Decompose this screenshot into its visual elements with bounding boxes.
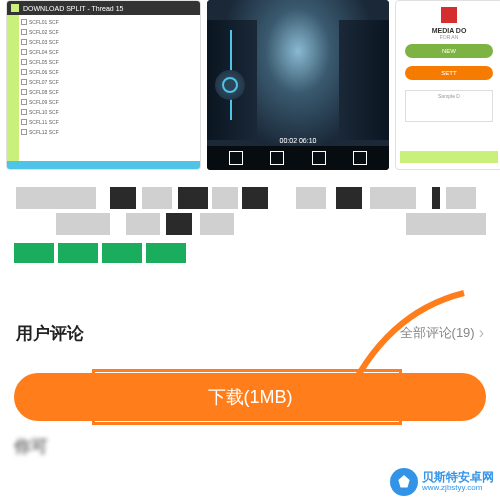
play-icon	[215, 70, 245, 100]
recommendations-title: 你可	[14, 435, 486, 458]
control-icon	[270, 151, 284, 165]
download-icon	[11, 4, 19, 12]
control-icon	[312, 151, 326, 165]
screenshot-2[interactable]: 00:02 06:10	[207, 0, 389, 170]
chevron-right-icon: ›	[479, 324, 484, 342]
watermark: 贝斯特安卓网 www.zjbstyy.com	[390, 468, 494, 496]
shot1-header: DOWNLOAD SPLIT - Thread 15	[7, 1, 200, 15]
watermark-logo-icon	[390, 468, 418, 496]
control-icon	[353, 151, 367, 165]
censored-description	[6, 187, 494, 233]
new-button: NEW	[405, 44, 493, 58]
screenshot-1[interactable]: DOWNLOAD SPLIT - Thread 15 SCFL01 SCF SC…	[6, 0, 201, 170]
app-logo-icon	[441, 7, 457, 23]
video-time: 00:02 06:10	[280, 137, 317, 144]
reviews-section: 用户评论 全部评论(19) ›	[0, 311, 500, 355]
screenshot-3[interactable]: MEDIA DO FOR AN NEW SETT Sample D	[395, 0, 500, 170]
rating-bar	[14, 243, 486, 263]
download-button[interactable]: 下载(1MB)	[14, 373, 486, 421]
reviews-title: 用户评论	[16, 322, 84, 345]
settings-button: SETT	[405, 66, 493, 80]
control-icon	[229, 151, 243, 165]
all-reviews-link[interactable]: 全部评论(19) ›	[400, 324, 484, 342]
shot1-list: SCFL01 SCF SCFL02 SCF SCFL03 SCF SCFL04 …	[19, 15, 200, 161]
screenshot-carousel[interactable]: DOWNLOAD SPLIT - Thread 15 SCFL01 SCF SC…	[0, 0, 500, 173]
